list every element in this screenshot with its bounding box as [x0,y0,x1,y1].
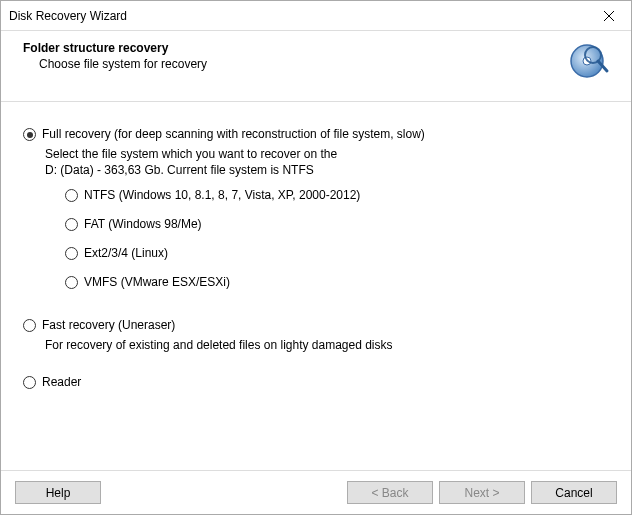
radio-icon [65,247,78,260]
desc-line: Select the file system which you want to… [45,146,609,162]
option-reader-label: Reader [42,375,81,390]
option-full-recovery[interactable]: Full recovery (for deep scanning with re… [23,127,609,142]
radio-icon [65,276,78,289]
titlebar: Disk Recovery Wizard [1,1,631,31]
fs-label: VMFS (VMware ESX/ESXi) [84,275,230,290]
radio-icon [23,319,36,332]
fs-label: FAT (Windows 98/Me) [84,217,202,232]
back-button[interactable]: < Back [347,481,433,504]
option-reader[interactable]: Reader [23,375,609,390]
option-fast-recovery[interactable]: Fast recovery (Uneraser) [23,318,609,333]
full-recovery-description: Select the file system which you want to… [45,146,609,178]
fast-recovery-description: For recovery of existing and deleted fil… [45,337,609,353]
content-area: Full recovery (for deep scanning with re… [1,102,631,470]
close-button[interactable] [586,1,631,30]
option-full-recovery-label: Full recovery (for deep scanning with re… [42,127,425,142]
next-button[interactable]: Next > [439,481,525,504]
radio-icon [65,218,78,231]
fs-label: NTFS (Windows 10, 8.1, 8, 7, Vista, XP, … [84,188,360,203]
radio-icon [23,376,36,389]
fs-option-vmfs[interactable]: VMFS (VMware ESX/ESXi) [65,275,609,290]
filesystem-group: NTFS (Windows 10, 8.1, 8, 7, Vista, XP, … [65,188,609,290]
page-subtitle: Choose file system for recovery [39,57,563,71]
wizard-header: Folder structure recovery Choose file sy… [1,31,631,102]
option-fast-recovery-label: Fast recovery (Uneraser) [42,318,175,333]
radio-icon [65,189,78,202]
fs-option-fat[interactable]: FAT (Windows 98/Me) [65,217,609,232]
fs-option-ext[interactable]: Ext2/3/4 (Linux) [65,246,609,261]
page-title: Folder structure recovery [23,41,563,55]
fs-label: Ext2/3/4 (Linux) [84,246,168,261]
cancel-button[interactable]: Cancel [531,481,617,504]
help-button[interactable]: Help [15,481,101,504]
desc-line: D: (Data) - 363,63 Gb. Current file syst… [45,162,609,178]
close-icon [604,11,614,21]
wizard-footer: Help < Back Next > Cancel [1,470,631,514]
magnifier-disk-icon [563,39,611,87]
window-title: Disk Recovery Wizard [9,9,586,23]
fs-option-ntfs[interactable]: NTFS (Windows 10, 8.1, 8, 7, Vista, XP, … [65,188,609,203]
radio-icon [23,128,36,141]
